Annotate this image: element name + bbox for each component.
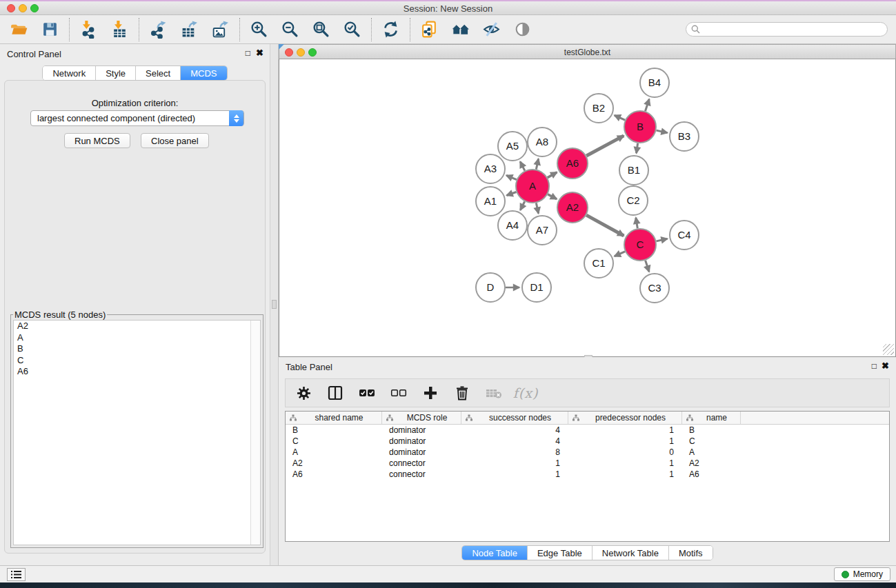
open-session-icon[interactable]: [10, 20, 28, 39]
import-table-icon[interactable]: [110, 20, 129, 39]
tab-network-table[interactable]: Network Table: [593, 546, 669, 560]
tab-motifs[interactable]: Motifs: [669, 546, 713, 560]
table-cell[interactable]: dominator: [382, 436, 461, 446]
tab-edge-table[interactable]: Edge Table: [528, 546, 593, 560]
graph-edge-A-A3[interactable]: [506, 175, 517, 179]
clone-network-icon[interactable]: [420, 20, 439, 39]
table-cell[interactable]: B: [682, 425, 741, 435]
zoom-fit-icon[interactable]: [312, 20, 330, 39]
table-cell[interactable]: 1: [568, 425, 682, 435]
panel-divider[interactable]: [270, 44, 279, 565]
add-column-icon[interactable]: [422, 385, 439, 401]
graph-edge-A2-C[interactable]: [586, 215, 624, 236]
table-row[interactable]: Cdominator41C: [286, 436, 889, 447]
column-header-successor-nodes[interactable]: successor nodes: [461, 412, 568, 424]
graph-edge-A-A6[interactable]: [548, 172, 557, 178]
graph-edge-C-C3[interactable]: [646, 261, 650, 272]
close-panel-button[interactable]: Close panel: [141, 133, 209, 148]
show-all-icon[interactable]: [513, 20, 532, 39]
column-header-name[interactable]: name: [682, 412, 741, 424]
mcds-result-item[interactable]: A2: [14, 321, 260, 332]
table-cell[interactable]: dominator: [382, 447, 461, 457]
graph-edge-A6-B[interactable]: [586, 136, 624, 156]
settings-gear-icon[interactable]: [295, 385, 312, 401]
table-cell[interactable]: dominator: [382, 425, 461, 435]
select-all-icon[interactable]: [359, 385, 375, 401]
unselect-all-icon[interactable]: [390, 385, 407, 401]
tab-node-table[interactable]: Node Table: [462, 546, 528, 560]
mcds-result-item[interactable]: A: [14, 332, 260, 344]
column-header-MCDS-role[interactable]: MCDS role: [382, 412, 461, 424]
graph-edge-B-B1[interactable]: [637, 143, 638, 153]
zoom-out-icon[interactable]: [281, 20, 299, 39]
mcds-result-item[interactable]: A6: [14, 366, 260, 378]
table-row[interactable]: A6connector11A6: [286, 469, 889, 480]
close-panel-icon[interactable]: ✖: [256, 48, 263, 57]
mcds-result-item[interactable]: C: [14, 355, 260, 367]
float-table-panel-icon[interactable]: □: [872, 362, 877, 370]
table-row[interactable]: Adominator80A: [286, 447, 889, 458]
column-header-predecessor-nodes[interactable]: predecessor nodes: [568, 412, 682, 424]
graph-edge-B-B4[interactable]: [645, 99, 649, 111]
hide-selected-icon[interactable]: [482, 20, 501, 39]
table-cell[interactable]: connector: [382, 469, 461, 479]
mcds-result-item[interactable]: B: [14, 343, 260, 355]
export-network-icon[interactable]: [149, 20, 168, 39]
graph-edge-C-C4[interactable]: [656, 239, 667, 241]
export-table-icon[interactable]: [180, 20, 199, 39]
graph-edge-A-A2[interactable]: [548, 194, 557, 199]
task-history-button[interactable]: [7, 568, 26, 581]
table-cell[interactable]: 1: [461, 469, 568, 479]
graph-edge-C-C2[interactable]: [636, 218, 637, 229]
table-row[interactable]: A2connector11A2: [286, 458, 889, 469]
table-cell[interactable]: 8: [461, 447, 568, 457]
delete-column-icon[interactable]: [454, 385, 470, 401]
tab-network[interactable]: Network: [43, 66, 96, 80]
tab-mcds[interactable]: MCDS: [181, 66, 226, 80]
window-resize-grip[interactable]: [883, 344, 894, 355]
float-panel-icon[interactable]: □: [246, 49, 250, 57]
table-row[interactable]: Bdominator41B: [286, 425, 889, 436]
network-canvas[interactable]: AA1A2A3A4A5A6A7A8BB1B2B3B4CC1C2C3C4DD1: [279, 59, 896, 357]
table-cell[interactable]: connector: [382, 458, 461, 468]
criterion-dropdown[interactable]: largest connected component (directed): [30, 110, 244, 126]
table-cell[interactable]: 0: [568, 447, 682, 457]
zoom-selected-icon[interactable]: [343, 20, 361, 39]
table-cell[interactable]: 1: [461, 458, 568, 468]
graph-edge-C-C1[interactable]: [615, 252, 625, 256]
run-mcds-button[interactable]: Run MCDS: [64, 133, 130, 148]
graph-edge-A-A4[interactable]: [520, 201, 524, 210]
table-cell[interactable]: 1: [568, 436, 682, 446]
table-cell[interactable]: 1: [568, 458, 682, 468]
graph-edge-A-A1[interactable]: [507, 192, 517, 195]
divider-handle[interactable]: [272, 300, 277, 309]
column-header-shared-name[interactable]: shared name: [286, 412, 382, 424]
result-list-scrollbar[interactable]: [250, 321, 260, 545]
search-input[interactable]: [686, 22, 888, 37]
table-cell[interactable]: A2: [286, 458, 382, 468]
graph-edge-A-A8[interactable]: [536, 159, 538, 169]
first-neighbors-icon[interactable]: [451, 20, 470, 39]
table-cell[interactable]: A6: [286, 469, 382, 479]
table-cell[interactable]: B: [286, 425, 382, 435]
graph-edge-A-A5[interactable]: [520, 161, 525, 170]
import-network-icon[interactable]: [79, 20, 98, 39]
export-image-icon[interactable]: [211, 20, 230, 39]
table-cell[interactable]: 4: [461, 425, 568, 435]
graph-edge-B-B2[interactable]: [615, 115, 625, 120]
column-chooser-icon[interactable]: [327, 385, 344, 401]
table-cell[interactable]: A2: [682, 458, 741, 468]
refresh-icon[interactable]: [381, 20, 400, 39]
tab-style[interactable]: Style: [96, 66, 136, 80]
table-cell[interactable]: C: [286, 436, 382, 446]
table-cell[interactable]: A: [682, 447, 741, 457]
save-session-icon[interactable]: [41, 20, 59, 39]
zoom-in-icon[interactable]: [250, 20, 268, 39]
table-cell[interactable]: A: [286, 447, 382, 457]
graph-edge-A-A7[interactable]: [536, 203, 538, 213]
table-cell[interactable]: A6: [682, 469, 741, 479]
network-window-titlebar[interactable]: testGlobe.txt: [279, 44, 896, 59]
memory-button[interactable]: Memory: [834, 567, 890, 581]
table-cell[interactable]: C: [682, 436, 741, 446]
close-table-panel-icon[interactable]: ✖: [882, 361, 889, 370]
